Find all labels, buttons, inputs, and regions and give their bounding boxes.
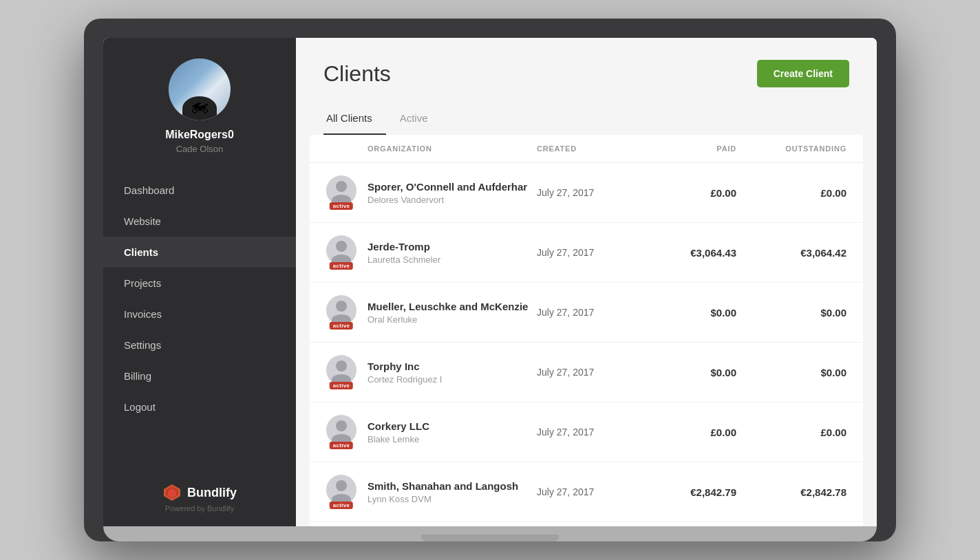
avatar: [169, 58, 231, 120]
paid-amount: €3,064.43: [647, 247, 736, 259]
contact-name: Delores Vandervort: [368, 195, 537, 205]
paid-amount: £0.00: [647, 187, 736, 199]
laptop-base: [103, 526, 877, 541]
client-rows: active Sporer, O'Connell and Aufderhar D…: [310, 163, 863, 526]
tab-all-clients[interactable]: All Clients: [323, 104, 386, 135]
contact-name: Cortez Rodriguez I: [368, 374, 537, 385]
clients-table: ORGANIZATION CREATED PAID OUTSTANDING ac…: [310, 135, 863, 526]
client-avatar: [326, 355, 356, 385]
paid-amount: £0.00: [647, 427, 736, 438]
laptop-outer: MikeRogers0 Cade Olson Dashboard Website…: [84, 19, 896, 541]
outstanding-amount: €2,842.78: [736, 486, 846, 498]
active-badge: active: [330, 322, 353, 330]
contact-name: Lauretta Schmeler: [368, 255, 537, 265]
logo-powered: Powered by Bundlify: [165, 504, 234, 513]
client-avatar-wrapper: active: [326, 295, 356, 330]
col-organization: ORGANIZATION: [368, 144, 537, 153]
tab-active[interactable]: Active: [397, 104, 442, 135]
client-avatar-wrapper: active: [326, 475, 356, 509]
outstanding-amount: $0.00: [736, 307, 846, 319]
org-name: Jerde-Tromp: [368, 241, 537, 252]
page-title: Clients: [323, 61, 391, 87]
client-avatar-wrapper: active: [326, 175, 356, 210]
client-org-info: Smith, Shanahan and Langosh Lynn Koss DV…: [368, 480, 537, 504]
sidebar-item-website[interactable]: Website: [103, 206, 296, 237]
table-row[interactable]: active Torphy Inc Cortez Rodriguez I Jul…: [310, 343, 863, 402]
outstanding-amount: €3,064.42: [736, 247, 846, 259]
outstanding-amount: £0.00: [736, 427, 846, 438]
client-org-info: Torphy Inc Cortez Rodriguez I: [368, 360, 537, 385]
created-date: July 27, 2017: [537, 367, 647, 378]
client-avatar-wrapper: active: [326, 415, 356, 449]
paid-amount: €2,842.79: [647, 486, 736, 498]
active-badge: active: [330, 442, 353, 449]
client-avatar: [326, 415, 356, 445]
org-name: Corkery LLC: [368, 420, 537, 432]
client-avatar: [326, 475, 356, 505]
paid-amount: $0.00: [647, 307, 736, 319]
avatar-image: [169, 58, 231, 120]
logo-row: Bundlify: [162, 483, 237, 502]
sidebar-item-settings[interactable]: Settings: [103, 330, 296, 360]
sidebar-item-logout[interactable]: Logout: [103, 391, 296, 422]
org-name: Torphy Inc: [368, 360, 537, 372]
logo-text: Bundlify: [187, 486, 237, 500]
table-row[interactable]: active Sporer, O'Connell and Aufderhar D…: [310, 163, 863, 223]
client-avatar: [326, 295, 356, 325]
client-avatar: [326, 235, 356, 266]
table-row[interactable]: active Jerde-Tromp Lauretta Schmeler Jul…: [310, 223, 863, 283]
org-name: Mueller, Leuschke and McKenzie: [368, 301, 537, 312]
active-badge: active: [330, 202, 353, 210]
table-row[interactable]: active Mueller, Leuschke and McKenzie Or…: [310, 283, 863, 343]
laptop-screen: MikeRogers0 Cade Olson Dashboard Website…: [103, 38, 877, 526]
main-header: Clients Create Client: [296, 38, 877, 87]
created-date: July 27, 2017: [537, 307, 647, 318]
outstanding-amount: $0.00: [736, 367, 846, 378]
active-badge: active: [330, 262, 353, 270]
outstanding-amount: £0.00: [736, 187, 846, 199]
main-content: Clients Create Client All Clients Active…: [296, 38, 877, 526]
client-avatar: [326, 175, 356, 206]
create-client-button[interactable]: Create Client: [757, 60, 849, 87]
table-row[interactable]: active Corkery LLC Blake Lemke July 27, …: [310, 402, 863, 462]
username: MikeRogers0: [165, 129, 234, 141]
paid-amount: $0.00: [647, 367, 736, 378]
created-date: July 27, 2017: [537, 187, 647, 198]
client-org-info: Corkery LLC Blake Lemke: [368, 420, 537, 444]
created-date: July 27, 2017: [537, 427, 647, 438]
org-name: Smith, Shanahan and Langosh: [368, 480, 537, 492]
contact-name: Blake Lemke: [368, 434, 537, 444]
client-avatar-wrapper: active: [326, 355, 356, 389]
sidebar-item-dashboard[interactable]: Dashboard: [103, 175, 296, 206]
sidebar-item-invoices[interactable]: Invoices: [103, 299, 296, 330]
bundlify-logo-icon: [162, 483, 182, 502]
user-subtitle: Cade Olson: [176, 144, 224, 154]
sidebar-logo: Bundlify Powered by Bundlify: [162, 469, 237, 513]
client-org-info: Sporer, O'Connell and Aufderhar Delores …: [368, 181, 537, 205]
client-avatar-wrapper: active: [326, 235, 356, 270]
nav-menu: Dashboard Website Clients Projects Invoi…: [103, 175, 296, 469]
sidebar: MikeRogers0 Cade Olson Dashboard Website…: [103, 38, 296, 526]
sidebar-item-clients[interactable]: Clients: [103, 237, 296, 268]
client-org-info: Mueller, Leuschke and McKenzie Oral Kerl…: [368, 301, 537, 325]
col-outstanding: OUTSTANDING: [736, 144, 846, 153]
sidebar-item-billing[interactable]: Billing: [103, 360, 296, 391]
contact-name: Oral Kerluke: [368, 314, 537, 325]
active-badge: active: [330, 382, 353, 389]
col-created: CREATED: [537, 144, 647, 153]
org-name: Sporer, O'Connell and Aufderhar: [368, 181, 537, 193]
sidebar-item-projects[interactable]: Projects: [103, 268, 296, 299]
table-header: ORGANIZATION CREATED PAID OUTSTANDING: [310, 135, 863, 163]
col-paid: PAID: [647, 144, 736, 153]
created-date: July 27, 2017: [537, 486, 647, 497]
created-date: July 27, 2017: [537, 247, 647, 258]
contact-name: Lynn Koss DVM: [368, 494, 537, 504]
client-org-info: Jerde-Tromp Lauretta Schmeler: [368, 241, 537, 265]
table-row[interactable]: active Smith, Shanahan and Langosh Lynn …: [310, 462, 863, 522]
active-badge: active: [330, 502, 353, 509]
tabs-row: All Clients Active: [296, 104, 877, 135]
